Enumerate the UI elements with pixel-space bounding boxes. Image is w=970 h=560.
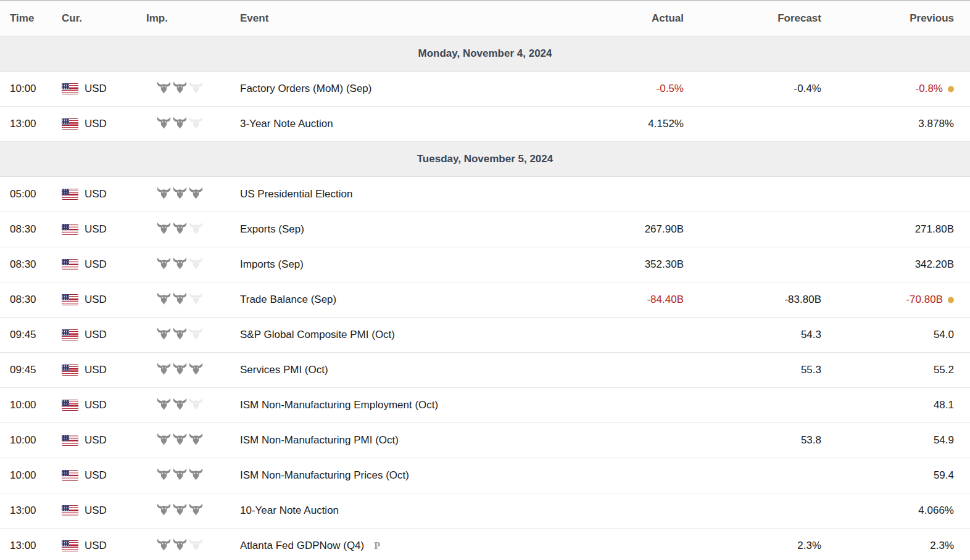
actual: -0.5% — [548, 72, 684, 107]
event-cell: S&P Global Composite PMI (Oct) — [240, 318, 548, 353]
forecast-value: 53.8 — [801, 434, 821, 446]
actual: 267.90B — [548, 212, 684, 247]
us-flag-icon — [62, 294, 78, 305]
event-importance — [146, 212, 240, 247]
event-row[interactable]: 10:00USD Factory Orders (MoM) (Sep)-0.5%… — [0, 72, 970, 107]
event-row[interactable]: 10:00USD ISM Non-Manufacturing Employmen… — [0, 388, 970, 423]
economic-calendar-table: Time Cur. Imp. Event Actual Forecast Pre… — [0, 1, 970, 560]
calendar-header-row: Time Cur. Imp. Event Actual Forecast Pre… — [0, 1, 970, 36]
bull-importance-icon — [188, 432, 204, 446]
event-importance — [146, 177, 240, 212]
importance-rating — [156, 397, 204, 411]
event-row[interactable]: 08:30USD Exports (Sep)267.90B271.80B — [0, 212, 970, 247]
event-time: 13:00 — [0, 493, 62, 529]
previous-value: 4.066% — [918, 504, 954, 516]
importance-rating — [156, 467, 204, 481]
event-cell: Exports (Sep) — [240, 212, 548, 247]
event-row[interactable]: 08:30USD Imports (Sep)352.30B342.20B — [0, 247, 970, 282]
event-currency: USD — [62, 247, 146, 282]
actual — [548, 177, 684, 212]
event-row[interactable]: 09:45USD Services PMI (Oct)55.355.2 — [0, 353, 970, 388]
event-row[interactable]: 08:30USD Trade Balance (Sep)-84.40B-83.8… — [0, 282, 970, 318]
event-name-link[interactable]: Factory Orders (MoM) (Sep) — [240, 83, 371, 94]
event-currency: USD — [62, 423, 146, 458]
previous: -70.80B — [821, 282, 970, 318]
event-row[interactable]: 09:45USD S&P Global Composite PMI (Oct)5… — [0, 318, 970, 353]
event-name-link[interactable]: ISM Non-Manufacturing Employment (Oct) — [240, 399, 438, 411]
currency-code: USD — [85, 258, 107, 270]
event-row[interactable]: 10:00USD ISM Non-Manufacturing Prices (O… — [0, 458, 970, 493]
bull-importance-icon — [156, 116, 172, 130]
event-name-link[interactable]: S&P Global Composite PMI (Oct) — [240, 329, 395, 340]
currency-code: USD — [85, 540, 107, 551]
currency-code: USD — [85, 434, 107, 446]
event-importance — [146, 107, 240, 142]
event-currency: USD — [62, 177, 146, 212]
actual — [548, 458, 684, 493]
event-time: 08:30 — [0, 247, 62, 282]
bull-importance-icon — [156, 186, 172, 200]
event-currency: USD — [62, 529, 146, 560]
us-flag-icon — [62, 118, 78, 130]
forecast-value: 54.3 — [801, 329, 821, 340]
forecast-value: -83.80B — [784, 294, 821, 305]
preliminary-p-marker: P — [374, 540, 380, 551]
event-row[interactable]: 10:00USD ISM Non-Manufacturing PMI (Oct)… — [0, 423, 970, 458]
currency-code: USD — [85, 118, 107, 130]
currency-code: USD — [85, 188, 107, 200]
us-flag-icon — [62, 505, 78, 516]
previous-value: -0.8% — [916, 83, 943, 94]
bull-importance-icon — [156, 397, 172, 411]
event-row[interactable]: 13:00USD 10-Year Note Auction4.066% — [0, 493, 970, 529]
importance-rating — [156, 221, 204, 235]
event-name-link[interactable]: Exports (Sep) — [240, 223, 304, 235]
event-currency: USD — [62, 458, 146, 493]
event-time: 09:45 — [0, 318, 62, 353]
actual — [548, 353, 684, 388]
event-cell: ISM Non-Manufacturing Employment (Oct) — [240, 388, 548, 423]
bull-importance-icon — [188, 221, 204, 235]
event-importance — [146, 247, 240, 282]
actual-value: 352.30B — [645, 258, 684, 270]
event-name-link[interactable]: 10-Year Note Auction — [240, 504, 339, 516]
currency-code: USD — [85, 83, 107, 94]
bull-importance-icon — [188, 538, 204, 551]
event-cell: US Presidential Election — [240, 177, 548, 212]
event-cell: ISM Non-Manufacturing Prices (Oct) — [240, 458, 548, 493]
event-name-link[interactable]: Services PMI (Oct) — [240, 364, 328, 376]
actual — [548, 318, 684, 353]
event-name-link[interactable]: ISM Non-Manufacturing PMI (Oct) — [240, 434, 399, 446]
us-flag-icon — [62, 224, 78, 235]
importance-rating — [156, 257, 204, 270]
event-name-link[interactable]: Atlanta Fed GDPNow (Q4) — [240, 540, 364, 551]
event-currency: USD — [62, 282, 146, 318]
event-name-link[interactable]: Trade Balance (Sep) — [240, 294, 336, 305]
event-name-link[interactable]: ISM Non-Manufacturing Prices (Oct) — [240, 469, 409, 481]
forecast: -0.4% — [684, 72, 821, 107]
importance-rating — [156, 362, 204, 376]
event-name-link[interactable]: Imports (Sep) — [240, 258, 304, 270]
event-cell: Imports (Sep) — [240, 247, 548, 282]
previous: 59.4 — [821, 458, 970, 493]
event-name-link[interactable]: 3-Year Note Auction — [240, 118, 333, 130]
currency-code: USD — [85, 504, 107, 516]
event-row[interactable]: 13:00USD 3-Year Note Auction4.152%3.878% — [0, 107, 970, 142]
event-cell: Factory Orders (MoM) (Sep) — [240, 72, 548, 107]
event-cell: Trade Balance (Sep) — [240, 282, 548, 318]
event-importance — [146, 282, 240, 318]
event-cell: ISM Non-Manufacturing PMI (Oct) — [240, 423, 548, 458]
event-name-link[interactable]: US Presidential Election — [240, 188, 352, 200]
us-flag-icon — [62, 540, 78, 551]
bull-importance-icon — [188, 292, 204, 305]
forecast: 2.3% — [684, 529, 821, 560]
forecast — [684, 212, 821, 247]
bull-importance-icon — [156, 292, 172, 305]
event-importance — [146, 72, 240, 107]
event-row[interactable]: 13:00USD Atlanta Fed GDPNow (Q4)P2.3%2.3… — [0, 529, 970, 560]
forecast: -83.80B — [684, 282, 821, 318]
bull-importance-icon — [172, 467, 188, 481]
actual — [548, 493, 684, 529]
us-flag-icon — [62, 470, 78, 481]
event-row[interactable]: 05:00USD US Presidential Election — [0, 177, 970, 212]
bull-importance-icon — [188, 257, 204, 270]
